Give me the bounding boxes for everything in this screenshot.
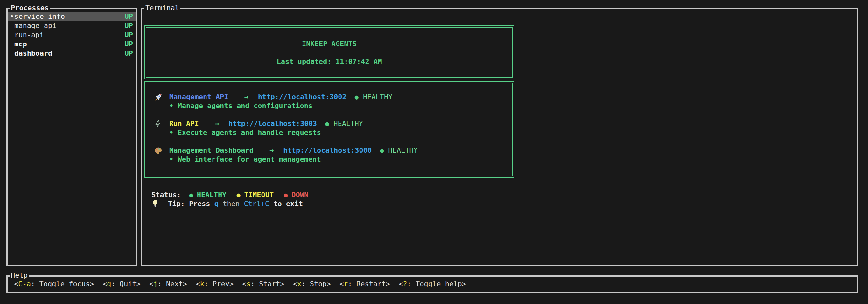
process-name: run-api [14, 31, 125, 39]
tip-mid: then [219, 199, 244, 208]
down-dot-icon: ● [284, 191, 288, 199]
help-label: : Quit> [111, 280, 141, 288]
process-row-mcp[interactable]: mcp UP [8, 39, 136, 49]
service-name: Run API [169, 119, 199, 128]
help-key: r [344, 280, 348, 288]
help-bracket: < [196, 280, 200, 288]
help-item-prev: <k: Prev> [196, 279, 234, 289]
app-title: INKEEP AGENTS [146, 39, 512, 48]
help-key: j [153, 280, 157, 288]
help-item-toggle-focus: <C-a: Toggle focus> [14, 279, 94, 289]
service-description: • Manage agents and configurations [154, 101, 509, 110]
help-key: ? [403, 280, 407, 288]
lightning-icon [154, 120, 169, 128]
help-bracket: < [149, 280, 153, 288]
process-status-badge: UP [125, 40, 133, 49]
help-bracket: < [293, 280, 297, 288]
help-label: : Prev> [204, 280, 234, 288]
legend-text: HEALTHY [197, 191, 226, 199]
process-row-service-info[interactable]: • service-info UP [8, 12, 136, 21]
tip-end: to exit [269, 199, 303, 208]
legend-timeout: ● TIMEOUT [237, 191, 274, 199]
process-row-dashboard[interactable]: dashboard UP [8, 49, 136, 58]
arrow-icon: → [270, 146, 274, 155]
arrow-icon: → [244, 93, 248, 101]
status-dot-icon: ● [325, 119, 329, 128]
processes-panel: Processes • service-info UP manage-api U… [6, 8, 137, 267]
help-key: C-a [18, 280, 31, 288]
tip-line: Tip: Press q then Ctrl+C to exit [151, 199, 857, 208]
service-description: • Web interface for agent management [154, 155, 509, 164]
help-label: : Toggle focus> [31, 280, 94, 288]
process-row-manage-api[interactable]: manage-api UP [8, 21, 136, 30]
healthy-dot-icon: ● [189, 191, 193, 199]
service-status: HEALTHY [388, 146, 418, 155]
help-key: s [247, 280, 251, 288]
legend-down: ● DOWN [284, 191, 308, 199]
process-status-badge: UP [125, 12, 133, 21]
help-item-quit: <q: Quit> [103, 279, 141, 289]
services-box: Management API → http://localhost:3002 ●… [144, 81, 515, 178]
process-row-run-api[interactable]: run-api UP [8, 30, 136, 39]
service-description: • Execute agents and handle requests [154, 128, 509, 137]
service-url[interactable]: http://localhost:3000 [283, 146, 372, 155]
service-status: HEALTHY [363, 93, 393, 101]
help-shortcuts-row: <C-a: Toggle focus> <q: Quit> <j: Next> … [8, 277, 857, 289]
help-bracket: < [399, 280, 403, 288]
last-updated-text: Last updated: 11:07:42 AM [146, 57, 512, 66]
service-name: Management Dashboard [169, 146, 254, 155]
help-label: : Restart> [348, 280, 390, 288]
terminal-panel: Terminal INKEEP AGENTS Last updated: 11:… [141, 8, 858, 267]
process-status-badge: UP [125, 31, 133, 39]
help-item-start: <s: Start> [242, 279, 284, 289]
help-panel: Help <C-a: Toggle focus> <q: Quit> <j: N… [6, 275, 858, 293]
help-label: : Toggle help> [407, 280, 466, 288]
help-bracket: < [242, 280, 246, 288]
process-list: • service-info UP manage-api UP run-api … [8, 9, 136, 58]
help-bracket: < [14, 280, 18, 288]
legend-text: DOWN [291, 191, 308, 199]
tip-key-q: q [214, 199, 219, 208]
rocket-icon [154, 93, 169, 101]
service-url[interactable]: http://localhost:3002 [258, 93, 346, 101]
help-key: k [200, 280, 204, 288]
legend-healthy: ● HEALTHY [189, 191, 226, 199]
status-legend-label: Status: [151, 191, 181, 199]
process-name: service-info [14, 12, 125, 21]
terminal-panel-title: Terminal [144, 3, 180, 12]
process-status-badge: UP [125, 49, 133, 58]
help-key: q [107, 280, 111, 288]
help-label: : Stop> [301, 280, 331, 288]
service-entry-run-api: Run API → http://localhost:3003 ● HEALTH… [154, 119, 509, 137]
legend-text: TIMEOUT [244, 191, 274, 199]
service-entry-management-api: Management API → http://localhost:3002 ●… [154, 93, 509, 110]
help-label: : Start> [251, 280, 284, 288]
processes-panel-title: Processes [9, 3, 50, 12]
process-status-badge: UP [125, 21, 133, 30]
help-panel-title: Help [9, 271, 29, 280]
tui-screen: Processes • service-info UP manage-api U… [0, 0, 868, 304]
header-box: INKEEP AGENTS Last updated: 11:07:42 AM [144, 26, 515, 79]
help-label: : Next> [157, 280, 187, 288]
selected-bullet-icon: • [10, 12, 14, 21]
status-dot-icon: ● [355, 93, 359, 101]
help-item-restart: <r: Restart> [340, 279, 390, 289]
process-name: manage-api [14, 21, 125, 30]
service-entry-dashboard: Management Dashboard → http://localhost:… [154, 146, 509, 164]
timeout-dot-icon: ● [237, 191, 240, 199]
lightbulb-icon [151, 199, 168, 208]
service-url[interactable]: http://localhost:3003 [228, 119, 317, 128]
process-name: mcp [14, 40, 125, 49]
palette-icon [154, 146, 169, 155]
help-item-next: <j: Next> [149, 279, 187, 289]
help-key: x [297, 280, 301, 288]
tip-label: Tip: Press [168, 199, 214, 208]
help-item-toggle-help: <?: Toggle help> [399, 279, 466, 289]
status-dot-icon: ● [380, 146, 384, 155]
process-name: dashboard [14, 49, 125, 58]
service-status: HEALTHY [334, 119, 363, 128]
tip-key-ctrlc: Ctrl+C [244, 199, 269, 208]
help-bracket: < [340, 280, 344, 288]
arrow-icon: → [215, 119, 219, 128]
status-legend: Status: ● HEALTHY ● TIMEOUT ● DOWN [151, 191, 857, 199]
